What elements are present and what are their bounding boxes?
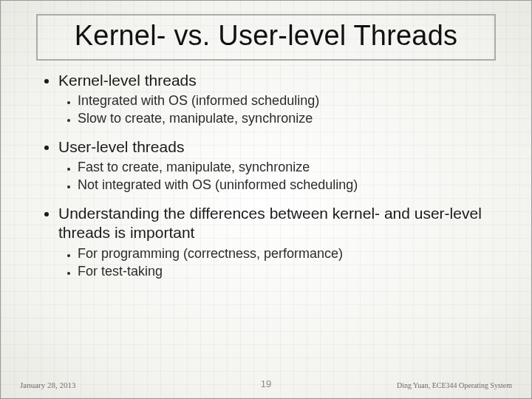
bullet-heading-text: Understanding the differences between ke… bbox=[58, 205, 482, 241]
title-container: Kernel- vs. User-level Threads bbox=[36, 14, 496, 61]
sub-bullets: Fast to create, manipulate, synchronize … bbox=[58, 159, 502, 194]
sub-bullet: For programming (correctness, performanc… bbox=[78, 245, 502, 262]
footer-date: January 28, 2013 bbox=[20, 381, 184, 389]
sub-bullets: Integrated with OS (informed scheduling)… bbox=[58, 92, 502, 127]
bullet-heading: Understanding the differences between ke… bbox=[58, 204, 502, 280]
sub-bullet: Fast to create, manipulate, synchronize bbox=[78, 159, 502, 176]
bullet-heading: Kernel-level threads Integrated with OS … bbox=[58, 71, 502, 127]
sub-bullet: Slow to create, manipulate, synchronize bbox=[78, 110, 502, 127]
slide-title: Kernel- vs. User-level Threads bbox=[45, 20, 487, 52]
bullet-group-3: Understanding the differences between ke… bbox=[45, 204, 502, 280]
bullet-heading-text: Kernel-level threads bbox=[58, 72, 197, 89]
bullet-heading: User-level threads Fast to create, manip… bbox=[58, 137, 502, 194]
bullet-group-2: User-level threads Fast to create, manip… bbox=[45, 137, 502, 194]
sub-bullet: Not integrated with OS (uninformed sched… bbox=[78, 177, 502, 194]
sub-bullet: For test-taking bbox=[78, 263, 502, 280]
slide: Kernel- vs. User-level Threads Kernel-le… bbox=[0, 0, 532, 399]
footer-page: 19 bbox=[184, 378, 348, 389]
bullet-heading-text: User-level threads bbox=[58, 138, 184, 155]
slide-content: Kernel-level threads Integrated with OS … bbox=[27, 71, 505, 280]
sub-bullets: For programming (correctness, performanc… bbox=[58, 245, 502, 280]
bullet-group-1: Kernel-level threads Integrated with OS … bbox=[45, 71, 502, 127]
slide-footer: January 28, 2013 19 Ding Yuan, ECE344 Op… bbox=[1, 378, 531, 389]
sub-bullet: Integrated with OS (informed scheduling) bbox=[78, 92, 502, 109]
footer-author: Ding Yuan, ECE344 Operating System bbox=[348, 381, 512, 389]
